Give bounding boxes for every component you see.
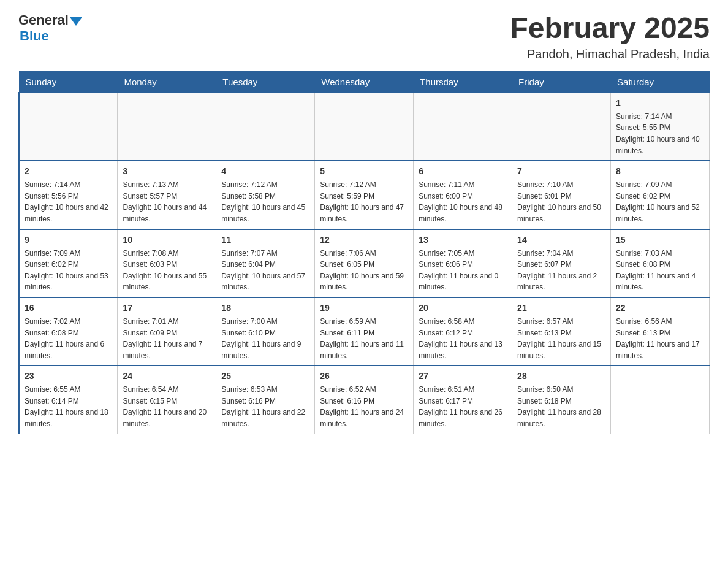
calendar-cell: 4Sunrise: 7:12 AM Sunset: 5:58 PM Daylig…: [216, 161, 315, 229]
day-info: Sunrise: 7:09 AM Sunset: 6:02 PM Dayligh…: [25, 248, 112, 293]
calendar-title: February 2025: [510, 12, 710, 45]
day-number: 15: [616, 234, 704, 247]
day-info: Sunrise: 7:07 AM Sunset: 6:04 PM Dayligh…: [221, 248, 309, 293]
logo: General Blue: [18, 12, 83, 44]
day-number: 2: [25, 165, 112, 178]
calendar-cell: 22Sunrise: 6:56 AM Sunset: 6:13 PM Dayli…: [611, 297, 710, 366]
day-info: Sunrise: 6:57 AM Sunset: 6:13 PM Dayligh…: [517, 316, 605, 361]
calendar-cell: [315, 93, 414, 161]
day-headers-row: SundayMondayTuesdayWednesdayThursdayFrid…: [19, 71, 710, 93]
calendar-cell: 21Sunrise: 6:57 AM Sunset: 6:13 PM Dayli…: [512, 297, 611, 366]
day-info: Sunrise: 7:12 AM Sunset: 5:59 PM Dayligh…: [320, 179, 408, 224]
calendar-cell: 3Sunrise: 7:13 AM Sunset: 5:57 PM Daylig…: [118, 161, 216, 229]
day-number: 7: [517, 165, 605, 178]
day-number: 3: [123, 165, 211, 178]
calendar-cell: 17Sunrise: 7:01 AM Sunset: 6:09 PM Dayli…: [118, 297, 216, 366]
day-info: Sunrise: 6:58 AM Sunset: 6:12 PM Dayligh…: [419, 316, 507, 361]
calendar-cell: [611, 366, 710, 434]
day-info: Sunrise: 6:59 AM Sunset: 6:11 PM Dayligh…: [320, 316, 408, 361]
day-number: 1: [616, 97, 704, 110]
calendar-cell: 1Sunrise: 7:14 AM Sunset: 5:55 PM Daylig…: [611, 93, 710, 161]
day-header-tuesday: Tuesday: [216, 71, 315, 93]
day-number: 18: [221, 302, 309, 315]
title-block: February 2025 Pandoh, Himachal Pradesh, …: [510, 12, 710, 61]
day-info: Sunrise: 7:02 AM Sunset: 6:08 PM Dayligh…: [25, 316, 112, 361]
day-number: 13: [419, 234, 507, 247]
logo-general: General: [18, 12, 69, 28]
calendar-header: SundayMondayTuesdayWednesdayThursdayFrid…: [19, 71, 710, 93]
calendar-cell: 5Sunrise: 7:12 AM Sunset: 5:59 PM Daylig…: [315, 161, 414, 229]
day-info: Sunrise: 6:52 AM Sunset: 6:16 PM Dayligh…: [320, 384, 408, 429]
calendar-cell: 10Sunrise: 7:08 AM Sunset: 6:03 PM Dayli…: [118, 229, 216, 297]
day-number: 26: [320, 370, 408, 383]
calendar-cell: 23Sunrise: 6:55 AM Sunset: 6:14 PM Dayli…: [19, 366, 118, 434]
day-info: Sunrise: 6:51 AM Sunset: 6:17 PM Dayligh…: [419, 384, 507, 429]
day-info: Sunrise: 7:09 AM Sunset: 6:02 PM Dayligh…: [616, 179, 704, 224]
calendar-cell: 20Sunrise: 6:58 AM Sunset: 6:12 PM Dayli…: [414, 297, 512, 366]
page-header: General Blue February 2025 Pandoh, Himac…: [18, 12, 710, 61]
day-header-friday: Friday: [512, 71, 611, 93]
day-number: 11: [221, 234, 309, 247]
day-info: Sunrise: 7:13 AM Sunset: 5:57 PM Dayligh…: [123, 179, 211, 224]
day-header-wednesday: Wednesday: [315, 71, 414, 93]
day-number: 14: [517, 234, 605, 247]
calendar-cell: 14Sunrise: 7:04 AM Sunset: 6:07 PM Dayli…: [512, 229, 611, 297]
calendar-cell: 15Sunrise: 7:03 AM Sunset: 6:08 PM Dayli…: [611, 229, 710, 297]
day-info: Sunrise: 7:14 AM Sunset: 5:55 PM Dayligh…: [616, 111, 704, 156]
day-number: 21: [517, 302, 605, 315]
calendar-cell: 27Sunrise: 6:51 AM Sunset: 6:17 PM Dayli…: [414, 366, 512, 434]
calendar-cell: 12Sunrise: 7:06 AM Sunset: 6:05 PM Dayli…: [315, 229, 414, 297]
calendar-cell: 9Sunrise: 7:09 AM Sunset: 6:02 PM Daylig…: [19, 229, 118, 297]
day-info: Sunrise: 7:11 AM Sunset: 6:00 PM Dayligh…: [419, 179, 507, 224]
day-header-sunday: Sunday: [19, 71, 118, 93]
day-info: Sunrise: 7:03 AM Sunset: 6:08 PM Dayligh…: [616, 248, 704, 293]
week-row-5: 23Sunrise: 6:55 AM Sunset: 6:14 PM Dayli…: [19, 366, 710, 434]
day-info: Sunrise: 7:01 AM Sunset: 6:09 PM Dayligh…: [123, 316, 211, 361]
calendar-cell: 18Sunrise: 7:00 AM Sunset: 6:10 PM Dayli…: [216, 297, 315, 366]
day-number: 25: [221, 370, 309, 383]
calendar-table: SundayMondayTuesdayWednesdayThursdayFrid…: [18, 71, 710, 434]
calendar-cell: 2Sunrise: 7:14 AM Sunset: 5:56 PM Daylig…: [19, 161, 118, 229]
calendar-cell: 11Sunrise: 7:07 AM Sunset: 6:04 PM Dayli…: [216, 229, 315, 297]
day-number: 5: [320, 165, 408, 178]
day-info: Sunrise: 7:04 AM Sunset: 6:07 PM Dayligh…: [517, 248, 605, 293]
calendar-cell: 13Sunrise: 7:05 AM Sunset: 6:06 PM Dayli…: [414, 229, 512, 297]
calendar-body: 1Sunrise: 7:14 AM Sunset: 5:55 PM Daylig…: [19, 93, 710, 434]
day-number: 20: [419, 302, 507, 315]
calendar-cell: 6Sunrise: 7:11 AM Sunset: 6:00 PM Daylig…: [414, 161, 512, 229]
day-number: 23: [25, 370, 112, 383]
calendar-cell: 19Sunrise: 6:59 AM Sunset: 6:11 PM Dayli…: [315, 297, 414, 366]
week-row-4: 16Sunrise: 7:02 AM Sunset: 6:08 PM Dayli…: [19, 297, 710, 366]
calendar-cell: 16Sunrise: 7:02 AM Sunset: 6:08 PM Dayli…: [19, 297, 118, 366]
day-number: 24: [123, 370, 211, 383]
calendar-cell: [118, 93, 216, 161]
day-number: 9: [25, 234, 112, 247]
day-info: Sunrise: 6:53 AM Sunset: 6:16 PM Dayligh…: [221, 384, 309, 429]
day-info: Sunrise: 6:50 AM Sunset: 6:18 PM Dayligh…: [517, 384, 605, 429]
day-number: 27: [419, 370, 507, 383]
day-number: 10: [123, 234, 211, 247]
calendar-cell: 25Sunrise: 6:53 AM Sunset: 6:16 PM Dayli…: [216, 366, 315, 434]
calendar-cell: 8Sunrise: 7:09 AM Sunset: 6:02 PM Daylig…: [611, 161, 710, 229]
day-number: 19: [320, 302, 408, 315]
day-info: Sunrise: 7:05 AM Sunset: 6:06 PM Dayligh…: [419, 248, 507, 293]
calendar-cell: 28Sunrise: 6:50 AM Sunset: 6:18 PM Dayli…: [512, 366, 611, 434]
day-number: 22: [616, 302, 704, 315]
day-info: Sunrise: 7:06 AM Sunset: 6:05 PM Dayligh…: [320, 248, 408, 293]
day-header-saturday: Saturday: [611, 71, 710, 93]
week-row-1: 1Sunrise: 7:14 AM Sunset: 5:55 PM Daylig…: [19, 93, 710, 161]
calendar-cell: [19, 93, 118, 161]
day-info: Sunrise: 7:08 AM Sunset: 6:03 PM Dayligh…: [123, 248, 211, 293]
day-info: Sunrise: 6:56 AM Sunset: 6:13 PM Dayligh…: [616, 316, 704, 361]
calendar-cell: 26Sunrise: 6:52 AM Sunset: 6:16 PM Dayli…: [315, 366, 414, 434]
day-info: Sunrise: 6:54 AM Sunset: 6:15 PM Dayligh…: [123, 384, 211, 429]
day-info: Sunrise: 7:10 AM Sunset: 6:01 PM Dayligh…: [517, 179, 605, 224]
day-header-thursday: Thursday: [414, 71, 512, 93]
day-info: Sunrise: 7:14 AM Sunset: 5:56 PM Dayligh…: [25, 179, 112, 224]
day-number: 6: [419, 165, 507, 178]
day-info: Sunrise: 7:12 AM Sunset: 5:58 PM Dayligh…: [221, 179, 309, 224]
day-number: 8: [616, 165, 704, 178]
day-header-monday: Monday: [118, 71, 216, 93]
calendar-cell: 7Sunrise: 7:10 AM Sunset: 6:01 PM Daylig…: [512, 161, 611, 229]
logo-top: General: [18, 12, 83, 28]
